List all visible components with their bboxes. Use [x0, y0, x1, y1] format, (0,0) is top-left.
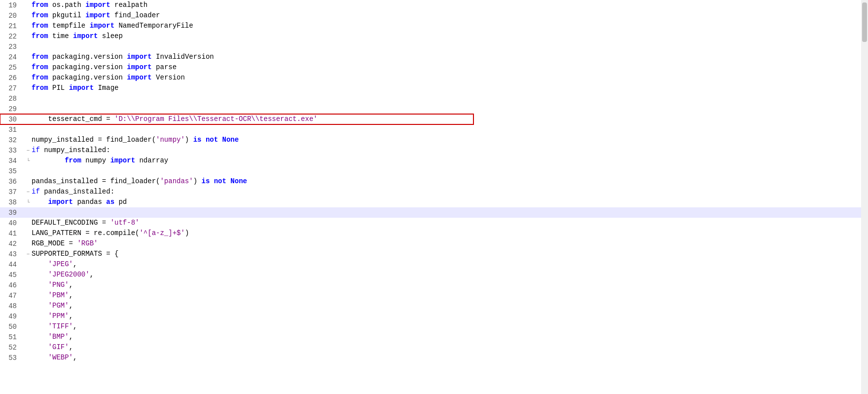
line-content: LANG_PATTERN = re.compile('^[a-z_]+$'): [32, 228, 858, 238]
fold-icon[interactable]: −: [25, 189, 32, 195]
code-line: 48 'PGM',: [0, 301, 868, 311]
line-number: 33: [0, 147, 25, 155]
line-content: 'TIFF',: [32, 321, 858, 332]
line-content: 'PGM',: [32, 301, 858, 311]
line-content: 'BMP',: [32, 332, 858, 342]
line-number: 44: [0, 261, 25, 269]
code-line: 52 'GIF',: [0, 342, 868, 353]
line-number: 37: [0, 188, 25, 196]
line-content: [32, 124, 858, 135]
line-content: from PIL import Image: [32, 83, 858, 93]
code-line: 45 'JPEG2000',: [0, 270, 868, 280]
code-line: 27from PIL import Image: [0, 83, 868, 93]
code-line: 30 tesseract_cmd = 'D:\\Program Files\\T…: [0, 114, 473, 124]
line-content: RGB_MODE = 'RGB': [32, 238, 858, 249]
line-number: 52: [0, 344, 25, 352]
line-content: [32, 207, 858, 218]
code-line: 29: [0, 104, 868, 114]
code-line: 25from packaging.version import parse: [0, 62, 868, 73]
code-line: 31: [0, 124, 868, 135]
code-line: 19from os.path import realpath: [0, 0, 868, 10]
line-content: import pandas as pd: [32, 197, 858, 207]
line-number: 25: [0, 64, 25, 72]
line-number: 26: [0, 74, 25, 82]
code-line: 36pandas_installed = find_loader('pandas…: [0, 176, 868, 187]
code-line: 53 'WEBP',: [0, 353, 868, 363]
code-area[interactable]: 19from os.path import realpath20from pkg…: [0, 0, 868, 394]
code-lines: 19from os.path import realpath20from pkg…: [0, 0, 868, 363]
line-number: 22: [0, 33, 25, 40]
line-number: 34: [0, 157, 25, 165]
code-line: 43−SUPPORTED_FORMATS = {: [0, 249, 868, 259]
scrollbar-thumb[interactable]: [862, 2, 867, 42]
line-content: [32, 93, 858, 104]
line-content: if pandas_installed:: [32, 187, 858, 197]
line-number: 19: [0, 1, 25, 9]
line-content: [32, 41, 858, 52]
line-number: 48: [0, 302, 25, 310]
line-number: 43: [0, 250, 25, 258]
scrollbar[interactable]: [861, 0, 868, 394]
line-content: pandas_installed = find_loader('pandas')…: [32, 176, 858, 187]
line-content: from packaging.version import InvalidVer…: [32, 52, 858, 62]
code-line: 24from packaging.version import InvalidV…: [0, 52, 868, 62]
line-content: SUPPORTED_FORMATS = {: [32, 249, 858, 259]
line-number: 30: [0, 116, 25, 123]
code-line: 20from pkgutil import find_loader: [0, 10, 868, 21]
line-number: 35: [0, 167, 25, 175]
line-content: 'PNG',: [32, 280, 858, 290]
code-line: 33−if numpy_installed:: [0, 145, 868, 156]
code-line: 32numpy_installed = find_loader('numpy')…: [0, 135, 868, 145]
line-content: from packaging.version import parse: [32, 62, 858, 73]
code-line: 38└ import pandas as pd: [0, 197, 868, 207]
line-number: 27: [0, 84, 25, 92]
line-content: from numpy import ndarray: [32, 156, 858, 166]
line-content: from time import sleep: [32, 31, 858, 41]
line-number: 32: [0, 136, 25, 144]
line-number: 23: [0, 43, 25, 51]
code-line: 47 'PBM',: [0, 290, 868, 301]
line-number: 51: [0, 333, 25, 341]
line-content: from packaging.version import Version: [32, 73, 858, 83]
line-number: 50: [0, 323, 25, 331]
line-number: 21: [0, 22, 25, 30]
code-line: 46 'PNG',: [0, 280, 868, 290]
code-line: 23: [0, 41, 868, 52]
line-number: 49: [0, 313, 25, 320]
line-number: 31: [0, 126, 25, 134]
line-number: 41: [0, 230, 25, 237]
line-content: 'WEBP',: [32, 353, 858, 363]
fold-icon[interactable]: −: [25, 251, 32, 257]
code-line: 49 'PPM',: [0, 311, 868, 321]
fold-icon[interactable]: −: [25, 148, 32, 154]
code-line: 39: [0, 207, 868, 218]
code-line: 26from packaging.version import Version: [0, 73, 868, 83]
code-line: 40DEFAULT_ENCODING = 'utf-8': [0, 218, 868, 228]
line-content: 'JPEG',: [32, 259, 858, 270]
code-line: 22from time import sleep: [0, 31, 868, 41]
line-content: 'PPM',: [32, 311, 858, 321]
line-content: [32, 166, 858, 176]
line-content: 'PBM',: [32, 290, 858, 301]
line-content: from pkgutil import find_loader: [32, 10, 858, 21]
line-content: if numpy_installed:: [32, 145, 858, 156]
code-line: 28: [0, 93, 868, 104]
line-content: from tempfile import NamedTemporaryFile: [32, 21, 858, 31]
line-number: 42: [0, 240, 25, 248]
code-line: 37−if pandas_installed:: [0, 187, 868, 197]
line-number: 47: [0, 292, 25, 300]
line-number: 38: [0, 198, 25, 206]
editor-container: 19from os.path import realpath20from pkg…: [0, 0, 868, 394]
code-line: 51 'BMP',: [0, 332, 868, 342]
fold-icon[interactable]: └: [25, 158, 32, 164]
line-content: [32, 104, 858, 114]
line-number: 36: [0, 178, 25, 186]
fold-icon[interactable]: └: [25, 199, 32, 205]
line-content: DEFAULT_ENCODING = 'utf-8': [32, 218, 858, 228]
line-content: 'JPEG2000',: [32, 270, 858, 280]
code-line: 41LANG_PATTERN = re.compile('^[a-z_]+$'): [0, 228, 868, 238]
line-number: 28: [0, 95, 25, 103]
line-number: 40: [0, 219, 25, 227]
line-content: from os.path import realpath: [32, 0, 858, 10]
line-content: tesseract_cmd = 'D:\\Program Files\\Tess…: [32, 114, 464, 124]
